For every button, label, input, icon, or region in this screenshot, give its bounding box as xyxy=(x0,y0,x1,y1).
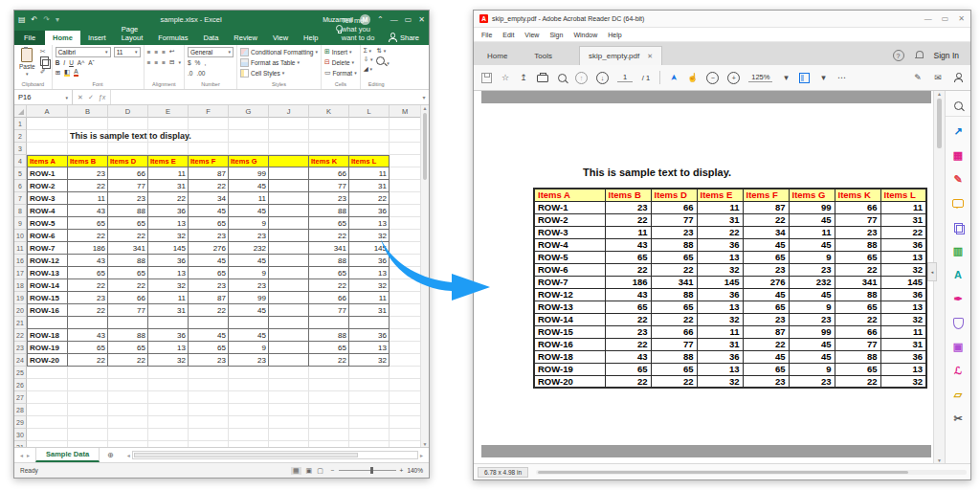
fill-sign-button[interactable]: ✒ xyxy=(946,287,970,311)
cell-L9[interactable]: 13 xyxy=(349,217,390,230)
cell-D10[interactable]: 22 xyxy=(108,230,148,242)
search-icon[interactable] xyxy=(557,74,567,82)
cell-G8[interactable]: 45 xyxy=(229,205,269,217)
cell-G26[interactable] xyxy=(229,379,269,391)
decrease-decimal-button[interactable]: .0 xyxy=(188,70,192,77)
panel-collapse-icon[interactable]: ◂ xyxy=(927,262,937,281)
font-name-select[interactable]: Calibri▾ xyxy=(56,47,111,57)
page-current-indicator[interactable]: 1 xyxy=(617,73,633,82)
combine-files-button[interactable] xyxy=(946,215,970,239)
column-header-e[interactable]: E xyxy=(148,105,189,118)
save-icon[interactable]: ▤ xyxy=(18,15,26,24)
cell-M23[interactable] xyxy=(390,342,421,354)
column-header-j[interactable]: J xyxy=(269,105,309,118)
font-grow-button[interactable]: A^ xyxy=(78,59,84,66)
cell-G5[interactable]: 99 xyxy=(229,167,269,180)
cell-A16[interactable]: ROW-12 xyxy=(27,255,68,267)
cell-K31[interactable] xyxy=(309,441,349,447)
cell-L30[interactable] xyxy=(349,429,390,441)
cell-E31[interactable] xyxy=(148,441,189,447)
cell-F21[interactable] xyxy=(189,317,229,329)
cell-A19[interactable]: ROW-15 xyxy=(27,292,68,304)
organize-pages-button[interactable]: ▥ xyxy=(946,239,970,263)
cell-K28[interactable] xyxy=(309,404,349,416)
row-header-28[interactable]: 28 xyxy=(14,404,27,416)
acrobat-close-button[interactable]: ✕ xyxy=(958,14,965,23)
cell-A18[interactable]: ROW-14 xyxy=(27,279,68,292)
cell-M31[interactable] xyxy=(390,441,421,447)
cell-E3[interactable] xyxy=(148,143,189,155)
cell-K10[interactable]: 22 xyxy=(309,230,349,242)
ribbon-tab-home[interactable]: Home xyxy=(45,31,80,45)
cell-F26[interactable] xyxy=(189,379,229,391)
more-tools-icon[interactable]: ⋯ xyxy=(836,73,846,82)
zoom-level[interactable]: 140% xyxy=(407,467,423,474)
cell-E28[interactable] xyxy=(148,404,189,416)
document-tab[interactable]: skip_empty.pdf ✕ xyxy=(579,46,662,65)
cell-B16[interactable]: 43 xyxy=(68,255,108,267)
cell-M21[interactable] xyxy=(390,317,421,329)
cell-E24[interactable]: 32 xyxy=(148,354,189,367)
page-break-view-icon[interactable]: ▢ xyxy=(317,467,323,475)
cell-E27[interactable] xyxy=(148,391,189,404)
cell-A26[interactable] xyxy=(27,379,68,391)
hscroll-left-icon[interactable]: ◂ xyxy=(127,452,130,458)
row-header-23[interactable]: 23 xyxy=(14,342,27,354)
align-center-button[interactable]: ≡ xyxy=(154,59,158,66)
cell-J26[interactable] xyxy=(269,379,309,391)
cell-E16[interactable]: 36 xyxy=(148,255,189,267)
paste-button[interactable]: Paste ▾ xyxy=(17,47,37,78)
tell-me-box[interactable]: Tell me what you want to do xyxy=(335,16,378,45)
align-middle-button[interactable]: ≡ xyxy=(154,49,158,56)
cell-M7[interactable] xyxy=(390,192,421,205)
cell-G4[interactable]: Items G xyxy=(229,155,269,167)
cell-D28[interactable] xyxy=(108,404,148,416)
cell-G2[interactable] xyxy=(229,130,269,143)
cell-J24[interactable] xyxy=(269,354,309,367)
cell-K7[interactable]: 23 xyxy=(309,192,349,205)
row-header-6[interactable]: 6 xyxy=(14,180,27,192)
cell-M27[interactable] xyxy=(390,391,421,404)
undo-icon[interactable]: ↶ xyxy=(32,15,38,24)
cell-D19[interactable]: 66 xyxy=(108,292,148,304)
fill-button[interactable]: ⇩ ▾ xyxy=(364,56,373,63)
cell-J11[interactable] xyxy=(269,242,309,255)
ribbon-tab-help[interactable]: Help xyxy=(296,31,325,45)
cell-L21[interactable] xyxy=(349,317,390,329)
cell-K1[interactable] xyxy=(309,118,349,130)
cell-J16[interactable] xyxy=(269,255,309,267)
cell-K24[interactable]: 22 xyxy=(309,354,349,367)
cell-M28[interactable] xyxy=(390,404,421,416)
cell-L3[interactable] xyxy=(349,143,390,155)
row-header-7[interactable]: 7 xyxy=(14,192,27,205)
cell-M25[interactable] xyxy=(390,367,421,379)
row-header-1[interactable]: 1 xyxy=(14,118,27,130)
cell-F16[interactable]: 45 xyxy=(189,255,229,267)
cell-A29[interactable] xyxy=(27,416,68,429)
cell-J27[interactable] xyxy=(269,391,309,404)
cell-J3[interactable] xyxy=(269,143,309,155)
cell-D24[interactable]: 22 xyxy=(108,354,148,367)
zoom-out-icon[interactable]: − xyxy=(331,467,335,474)
acrobat-scroll-down-icon[interactable]: ▼ xyxy=(937,457,942,463)
cell-M2[interactable] xyxy=(390,130,421,143)
cell-A2[interactable] xyxy=(27,130,68,143)
cell-B8[interactable]: 43 xyxy=(68,205,108,217)
cell-F18[interactable]: 23 xyxy=(189,279,229,292)
cell-L6[interactable]: 31 xyxy=(349,180,390,192)
align-right-button[interactable]: ≡ xyxy=(162,59,166,66)
cell-B28[interactable] xyxy=(68,404,108,416)
cell-B4[interactable]: Items B xyxy=(68,155,108,167)
sheet-tab-sample-data[interactable]: Sample Data xyxy=(35,448,100,462)
cell-B18[interactable]: 22 xyxy=(68,279,108,292)
cell-F1[interactable] xyxy=(189,118,229,130)
cell-J9[interactable] xyxy=(269,217,309,230)
cell-A17[interactable]: ROW-13 xyxy=(27,267,68,279)
cell-F5[interactable]: 87 xyxy=(189,167,229,180)
bold-button[interactable]: B xyxy=(56,59,60,66)
font-size-select[interactable]: 11▾ xyxy=(114,47,141,57)
cell-A30[interactable] xyxy=(27,429,68,441)
cell-F3[interactable] xyxy=(189,143,229,155)
profile-icon[interactable] xyxy=(953,73,963,82)
cell-A22[interactable]: ROW-18 xyxy=(27,329,68,342)
